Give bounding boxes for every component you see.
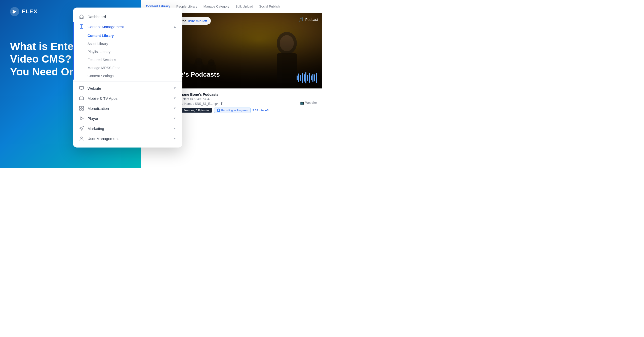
- sidebar-item-marketing[interactable]: Marketing ▼: [73, 123, 182, 133]
- file-name: File Name : SNS_S1_E1.mp4: [179, 102, 219, 106]
- sidebar-panel: Dashboard Content Management ▲ Content L…: [73, 8, 182, 148]
- document-icon: [79, 24, 84, 29]
- grid-icon: [79, 106, 84, 111]
- content-management-label: Content Management: [88, 25, 170, 29]
- podcast-badge: 🎵 Podcast: [299, 17, 318, 22]
- wave-bar-5: [304, 74, 305, 82]
- monetization-label: Monetization: [88, 106, 170, 111]
- flex-logo-icon: [10, 7, 19, 16]
- tab-social-publish[interactable]: Social Publish: [259, 4, 280, 9]
- wave-bar-3: [300, 75, 301, 81]
- logo-text: FLEX: [22, 8, 38, 15]
- info-dot-item: i: [217, 109, 220, 112]
- sidebar-item-mobile-tv[interactable]: Mobile & TV Apps ▼: [73, 93, 182, 103]
- chevron-up-icon: ▲: [173, 25, 176, 28]
- player-label: Player: [88, 116, 170, 121]
- svg-rect-6: [79, 109, 81, 110]
- home-icon: [79, 14, 84, 19]
- content-id: Content ID : 8493739479: [179, 97, 296, 101]
- sidebar-item-dashboard[interactable]: Dashboard: [73, 12, 182, 22]
- wave-bar-6: [305, 72, 306, 83]
- marketing-label: Marketing: [88, 126, 170, 131]
- tv-icon: [79, 96, 84, 101]
- divider-1: [73, 81, 182, 82]
- sidebar-item-content-library[interactable]: Content Library: [88, 32, 182, 40]
- website-label: Website: [88, 86, 170, 90]
- chevron-down-icon-monetization: ▼: [173, 107, 176, 110]
- encoding-time-item: 3:32 min left: [253, 109, 269, 112]
- wave-bar-10: [312, 74, 313, 82]
- user-management-label: User Management: [88, 136, 170, 141]
- content-management-section: Content Management ▲ Content Library Ass…: [73, 22, 182, 80]
- chevron-down-icon-marketing: ▼: [173, 127, 176, 130]
- user-icon: [79, 136, 84, 141]
- monitor-icon: [79, 86, 84, 91]
- logo-area: FLEX: [10, 7, 38, 16]
- audio-waveform: [297, 72, 317, 83]
- sidebar-item-manage-mrss[interactable]: Manage MRSS Feed: [88, 64, 182, 72]
- mobile-tv-label: Mobile & TV Apps: [88, 96, 170, 101]
- svg-point-8: [81, 137, 83, 139]
- content-management-submenu: Content Library Asset Library Playlist L…: [73, 32, 182, 80]
- sidebar-item-player[interactable]: Player ▼: [73, 113, 182, 123]
- upload-icon[interactable]: ⬆: [220, 101, 223, 106]
- seasons-badge: 2 Seasons, 6 Episodes: [179, 108, 212, 113]
- encoding-badge-item: i Encoding In Progress: [214, 108, 251, 113]
- tab-manage-category[interactable]: Manage Category: [204, 4, 229, 9]
- dashboard-label: Dashboard: [88, 15, 176, 19]
- send-icon: [79, 126, 84, 131]
- web-series-label: 📺 Web Ser: [300, 101, 317, 105]
- encoding-time-hero: 3:32 min left: [188, 19, 207, 23]
- wave-bar-7: [307, 75, 308, 81]
- content-item-title: Shane Bone's Podcasts: [179, 92, 296, 97]
- svg-rect-2: [79, 86, 84, 89]
- chevron-down-icon-player: ▼: [173, 117, 176, 120]
- wave-bar-8: [309, 73, 310, 83]
- svg-rect-7: [82, 109, 84, 110]
- sidebar-item-playlist-library[interactable]: Playlist Library: [88, 48, 182, 56]
- svg-rect-5: [82, 106, 84, 108]
- sidebar-item-monetization[interactable]: Monetization ▼: [73, 103, 182, 113]
- wave-bar-4: [302, 73, 303, 83]
- sidebar-item-content-management[interactable]: Content Management ▲: [73, 22, 182, 32]
- music-icon: 🎵: [299, 17, 304, 22]
- chevron-down-icon-mobile: ▼: [173, 97, 176, 100]
- wave-bar-9: [311, 75, 312, 80]
- play-icon: [79, 116, 84, 121]
- svg-rect-4: [79, 106, 81, 108]
- sidebar-item-featured-sections[interactable]: Featured Sections: [88, 56, 182, 64]
- wave-bar-12: [316, 73, 317, 83]
- sidebar-item-content-settings[interactable]: Content Settings: [88, 72, 182, 80]
- sidebar-item-website[interactable]: Website ▼: [73, 83, 182, 93]
- chevron-down-icon-user: ▼: [173, 137, 176, 140]
- item-badges: 2 Seasons, 6 Episodes i Encoding In Prog…: [179, 108, 296, 113]
- podcast-label: Podcast: [305, 18, 318, 22]
- sidebar-item-user-management[interactable]: User Management ▼: [73, 133, 182, 143]
- tab-bulk-upload[interactable]: Bulk Upload: [235, 4, 253, 9]
- wave-bar-1: [297, 75, 298, 80]
- wave-bar-11: [314, 74, 315, 81]
- content-item-info: Shane Bone's Podcasts Content ID : 84937…: [179, 92, 296, 113]
- chevron-down-icon-website: ▼: [173, 86, 176, 90]
- active-indicator: [73, 22, 74, 80]
- tv-small-icon: 📺: [300, 101, 304, 105]
- wave-bar-2: [298, 73, 299, 82]
- svg-rect-3: [79, 97, 84, 100]
- sidebar-item-asset-library[interactable]: Asset Library: [88, 40, 182, 48]
